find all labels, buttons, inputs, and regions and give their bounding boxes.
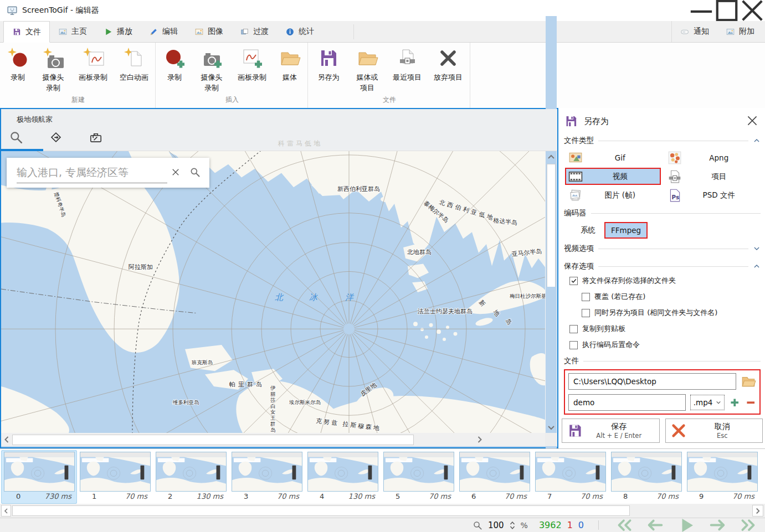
timeline-frame-1[interactable]: 1 70 ms (77, 450, 153, 504)
timeline-frame-9[interactable]: 9 70 ms (684, 450, 760, 504)
ribbon-button-save-as[interactable]: 另存为 (311, 45, 346, 83)
timeline-scrollbar[interactable] (0, 504, 765, 518)
scroll-up-icon[interactable] (546, 151, 557, 162)
filetype-gif[interactable]: Gif (565, 149, 661, 166)
chevron-down-icon[interactable] (753, 245, 761, 252)
minimize-button[interactable] (689, 0, 714, 21)
tab-statistics[interactable]: 统计 (277, 21, 322, 42)
timeline-frame-8[interactable]: 8 70 ms (608, 450, 684, 504)
checkbox-save-to-folder[interactable]: 将文件保存到你选择的文件夹 (569, 276, 761, 286)
checkbox-post-encoding-command[interactable]: 执行编码后置命令 (569, 340, 761, 350)
next-frame-button[interactable] (707, 519, 727, 532)
ribbon-button-insert-record[interactable]: 录制 (159, 45, 190, 83)
remove-extension-icon[interactable] (745, 396, 756, 409)
encoder-system[interactable]: 系统 (574, 221, 602, 239)
checkbox-copy-to-clipboard[interactable]: 复制到剪贴板 (569, 324, 761, 334)
tab-playback[interactable]: 播放 (95, 21, 141, 42)
ribbon-button-record[interactable]: 录制 (3, 45, 32, 83)
tab-image[interactable]: 图像 (186, 21, 232, 42)
frame-index: 5 (396, 492, 400, 500)
video-options-section-header[interactable]: 视频选项 (564, 244, 761, 254)
zoom-spinner[interactable] (510, 521, 515, 530)
ribbon-group-label: 插入 (159, 94, 305, 107)
zoom-value[interactable]: 100 (488, 520, 504, 530)
tab-transition[interactable]: 过渡 (232, 21, 277, 42)
map-search-tab-icon[interactable] (9, 130, 23, 144)
ribbon-button-insert-webcam[interactable]: 摄像头录制 (193, 45, 230, 94)
save-button[interactable]: 保存 Alt + E / Enter (562, 419, 660, 443)
tab-home[interactable]: 主页 (50, 21, 95, 42)
extension-dropdown[interactable]: .mp4 (690, 395, 725, 410)
map-directions-tab-icon[interactable] (49, 130, 63, 144)
frame-duration: 70 ms (656, 492, 679, 500)
recent-icon (396, 47, 418, 69)
zoom-icon[interactable] (473, 520, 482, 530)
timeline-frame-2[interactable]: 2 130 ms (153, 450, 229, 504)
tab-notifications[interactable]: 通知 (672, 21, 717, 42)
arctic-map[interactable]: 新西伯利亚群岛北西伯利亚低地泰梅尔半岛格达半岛北地群岛亚马尔半岛新地岛梅日杜沙尔… (1, 151, 545, 433)
ribbon-button-discard-project[interactable]: 放弃项目 (429, 45, 468, 83)
ribbon-button-insert-board[interactable]: 画板录制 (233, 45, 271, 83)
play-button[interactable] (676, 519, 696, 532)
last-frame-button[interactable] (738, 519, 758, 532)
folder-path-input[interactable] (568, 373, 736, 390)
filetype-psd[interactable]: PsPSD 文件 (664, 187, 760, 204)
encoder-ffmpeg[interactable]: FFmpeg (604, 222, 648, 239)
timeline-frame-5[interactable]: 5 70 ms (381, 450, 456, 504)
browse-folder-icon[interactable] (741, 374, 756, 389)
timeline-frame-7[interactable]: 7 70 ms (532, 450, 608, 504)
timeline-scroll-thumb[interactable] (12, 505, 630, 516)
scroll-right-icon[interactable] (474, 434, 485, 445)
map-vertical-scrollbar[interactable] (545, 151, 557, 433)
clear-search-icon[interactable] (171, 167, 181, 177)
maximize-button[interactable] (714, 0, 740, 21)
map-tools-tab-icon[interactable] (89, 130, 103, 144)
project-icon (668, 169, 682, 184)
frame-timeline: 0 730 ms 1 70 ms 2 130 ms 3 70 ms 4 130 … (0, 448, 765, 504)
tab-extras[interactable]: 附加 (717, 21, 763, 42)
scroll-left-icon[interactable] (1, 434, 12, 445)
close-button[interactable] (740, 0, 765, 21)
ribbon-button-board-record[interactable]: 画板录制 (74, 45, 112, 83)
timeline-frame-4[interactable]: 4 130 ms (305, 450, 381, 504)
timeline-scroll-right-icon[interactable] (752, 505, 763, 516)
first-frame-button[interactable] (614, 519, 634, 532)
map-horizontal-scrollbar[interactable] (1, 433, 557, 446)
add-extension-icon[interactable] (729, 396, 740, 409)
horizontal-scroll-thumb[interactable] (12, 435, 414, 445)
previous-frame-button[interactable] (645, 519, 665, 532)
frame-preview (308, 452, 378, 491)
filetype-project[interactable]: 项目 (664, 168, 760, 185)
filetype-frames[interactable]: 图片 (帧) (565, 187, 661, 204)
search-underline (17, 183, 167, 183)
panel-close-icon[interactable] (745, 113, 759, 128)
timeline-frame-6[interactable]: 6 70 ms (456, 450, 532, 504)
search-icon[interactable] (189, 167, 201, 178)
statusbar: 100 % 3962 1 0 (0, 518, 765, 532)
floppy-big-icon (317, 47, 340, 69)
chevron-up-icon[interactable] (753, 263, 761, 270)
checkbox-also-save-project[interactable]: 同时另存为项目 (相同文件夹与文件名) (582, 308, 761, 318)
svg-text:洋: 洋 (345, 292, 355, 302)
ribbon-button-media-or-project[interactable]: 媒体或项目 (349, 45, 386, 94)
ribbon-button-blank-animation[interactable]: 空白动画 (115, 45, 153, 83)
filetype-apng[interactable]: Apng (664, 149, 760, 166)
tabbar-separator (353, 24, 354, 39)
filetype-section-header[interactable]: 文件类型 (564, 136, 761, 146)
tab-edit[interactable]: 编辑 (141, 21, 186, 42)
ribbon-button-recent-projects[interactable]: 最近项目 (389, 45, 425, 83)
ribbon-button-webcam-record[interactable]: 摄像头录制 (35, 45, 71, 94)
save-options-section-header[interactable]: 保存选项 (564, 261, 761, 271)
chevron-up-icon[interactable] (753, 137, 761, 144)
cancel-button[interactable]: 取消 Esc (665, 419, 763, 443)
tab-file[interactable]: 文件 (3, 21, 50, 43)
timeline-frame-3[interactable]: 3 70 ms (229, 450, 305, 504)
ribbon-button-insert-media[interactable]: 媒体 (274, 45, 305, 83)
scroll-down-icon[interactable] (546, 422, 557, 433)
filename-input[interactable] (568, 394, 686, 411)
map-search-box[interactable]: 输入港口, 专属经济区等 (7, 158, 209, 188)
filetype-video[interactable]: 视频 (565, 168, 661, 185)
timeline-frame-0[interactable]: 0 730 ms (1, 450, 77, 504)
timeline-scroll-left-icon[interactable] (1, 505, 11, 516)
checkbox-overwrite[interactable]: 覆盖 (若已存在) (582, 292, 761, 302)
